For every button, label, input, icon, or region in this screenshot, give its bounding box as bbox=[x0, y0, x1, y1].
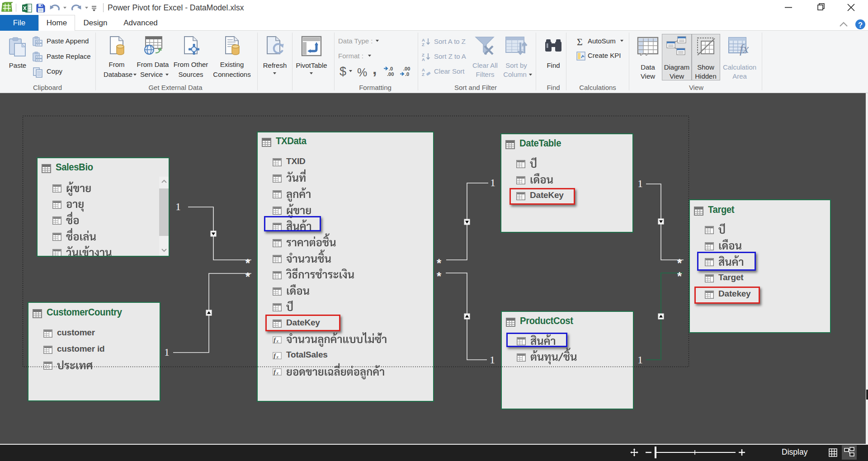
svg-text:Z: Z bbox=[422, 72, 425, 76]
svg-text:Z: Z bbox=[422, 42, 425, 47]
svg-text:A: A bbox=[422, 57, 425, 61]
svg-text:.00: .00 bbox=[387, 71, 394, 77]
svg-text:.00: .00 bbox=[403, 66, 410, 71]
svg-text:.0: .0 bbox=[405, 71, 409, 77]
svg-text:fx: fx bbox=[740, 42, 749, 56]
svg-text:.0: .0 bbox=[389, 66, 393, 71]
svg-text:?: ? bbox=[858, 21, 863, 29]
